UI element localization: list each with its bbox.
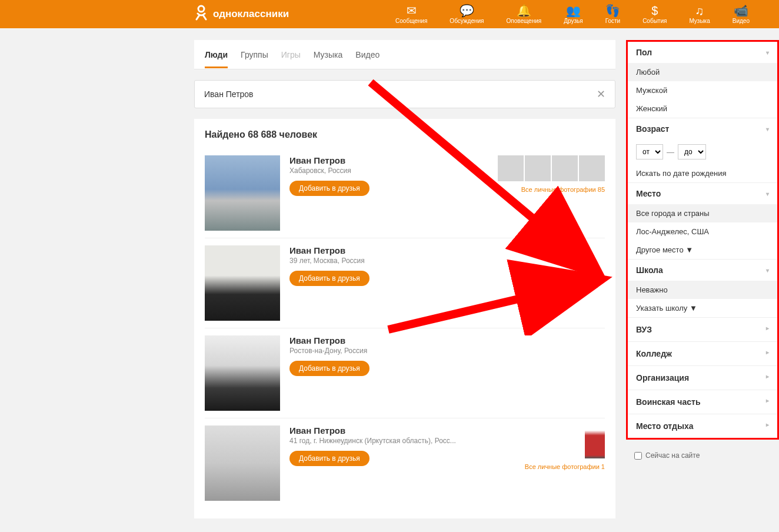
add-friend-button[interactable]: Добавить в друзья [289,361,369,376]
gender-female[interactable]: Женский [628,99,777,118]
search-input[interactable] [204,89,597,99]
result-meta: 39 лет, Москва, Россия [289,257,605,265]
filter-vacation[interactable]: Место отдыха▸ [628,414,777,438]
result-meta: Хабаровск, Россия [289,167,488,175]
avatar[interactable] [205,425,280,501]
now-online-input[interactable] [634,452,642,460]
age-dash: — [667,148,674,157]
chevron-down-icon: ▾ [766,49,769,56]
place-all[interactable]: Все города и страны [628,204,777,222]
result-meta: Ростов-на-Дону, Россия [289,347,605,355]
tab-people[interactable]: Люди [205,41,228,68]
nav-notifications[interactable]: 🔔Оповещения [506,4,541,24]
gender-male[interactable]: Мужской [628,81,777,99]
chevron-right-icon: ▸ [766,373,769,383]
envelope-icon: ✉ [395,4,427,17]
nav-video[interactable]: 📹Видео [733,4,750,24]
add-friend-button[interactable]: Добавить в друзья [289,181,369,196]
filter-age: Возраст▾ от — до Искать по дате рождения [628,118,777,183]
nav-messages[interactable]: ✉Сообщения [395,4,427,24]
filter-military[interactable]: Воинская часть▸ [628,390,777,414]
video-icon: 📹 [733,4,750,17]
add-friend-button[interactable]: Добавить в друзья [289,451,369,466]
chevron-down-icon: ▾ [766,126,769,132]
result-row: Иван Петров Хабаровск, Россия Добавить в… [205,148,605,238]
thumb[interactable] [498,155,524,181]
filter-place: Место▾ Все города и страны Лос-Анджелес,… [628,183,777,260]
avatar[interactable] [205,245,280,321]
add-friend-button[interactable]: Добавить в друзья [289,271,369,286]
school-specify[interactable]: Указать школу ▼ [628,299,777,317]
nav-guests[interactable]: 👣Гости [605,4,620,24]
filter-school-header[interactable]: Школа▾ [628,260,777,281]
friends-icon: 👥 [564,4,582,17]
chevron-right-icon: ▸ [766,421,769,431]
filter-vuz[interactable]: ВУЗ▸ [628,318,777,342]
filter-college[interactable]: Колледж▸ [628,342,777,366]
place-la[interactable]: Лос-Анджелес, США [628,222,777,241]
top-header: одноклассники ✉Сообщения 💬Обсуждения 🔔Оп… [0,0,779,28]
filter-organization[interactable]: Организация▸ [628,366,777,390]
thumb[interactable] [552,155,578,181]
chat-icon: 💬 [450,4,484,17]
music-icon: ♫ [689,4,710,17]
avatar[interactable] [205,335,280,411]
avatar[interactable] [205,155,280,231]
gender-any[interactable]: Любой [628,63,777,81]
result-name[interactable]: Иван Петров [289,335,605,345]
birthdate-search-link[interactable]: Искать по дате рождения [628,164,777,182]
tab-music[interactable]: Музыка [314,41,343,68]
brand-text: одноклассники [213,8,289,20]
result-row: Иван Петров 39 лет, Москва, Россия Добав… [205,238,605,328]
results-count: Найдено 68 688 человек [205,129,605,140]
chevron-down-icon: ▾ [766,191,769,197]
place-other[interactable]: Другое место ▼ [628,241,777,259]
chevron-down-icon: ▾ [766,267,769,274]
result-meta: 41 год, г. Нижнеудинск (Иркутская област… [289,437,515,445]
chevron-right-icon: ▸ [766,397,769,407]
footprints-icon: 👣 [605,4,620,17]
nav-discussions[interactable]: 💬Обсуждения [450,4,484,24]
nav-events[interactable]: $События [642,4,667,24]
search-box: ✕ [194,80,615,108]
nav-music[interactable]: ♫Музыка [689,4,710,24]
search-tabs: Люди Группы Игры Музыка Видео [194,40,615,69]
svg-point-3 [198,6,204,12]
photo-thumbs[interactable] [498,155,605,181]
tab-video[interactable]: Видео [355,41,379,68]
age-to-select[interactable]: до [678,144,706,159]
tab-games[interactable]: Игры [281,41,301,68]
thumb[interactable] [579,155,605,181]
result-row: Иван Петров Ростов-на-Дону, Россия Добав… [205,328,605,418]
events-icon: $ [642,4,667,17]
filter-age-header[interactable]: Возраст▾ [628,118,777,139]
result-name[interactable]: Иван Петров [289,245,605,255]
filter-school: Школа▾ Неважно Указать школу ▼ [628,260,777,318]
filter-place-header[interactable]: Место▾ [628,183,777,204]
filter-gender: Пол▾ Любой Мужской Женский [628,42,777,118]
all-photos-link[interactable]: Все личные фотографии 85 [498,186,605,193]
brand-logo[interactable]: одноклассники [194,4,289,25]
ok-logo-icon [194,4,208,25]
result-name[interactable]: Иван Петров [289,425,515,435]
chevron-right-icon: ▸ [766,349,769,358]
top-nav: ✉Сообщения 💬Обсуждения 🔔Оповещения 👥Друз… [395,4,750,24]
photo-thumbs[interactable] [525,425,605,458]
result-name[interactable]: Иван Петров [289,155,488,165]
age-from-select[interactable]: от [636,144,663,159]
clear-icon[interactable]: ✕ [597,88,605,101]
filters-sidebar: Пол▾ Любой Мужской Женский Возраст▾ от —… [626,40,779,440]
thumb[interactable] [525,155,551,181]
chevron-right-icon: ▸ [766,325,769,334]
results-panel: Найдено 68 688 человек Иван Петров Хабар… [194,119,615,518]
nav-friends[interactable]: 👥Друзья [564,4,582,24]
now-online-checkbox[interactable]: Сейчас на сайте [626,445,779,466]
result-row: Иван Петров 41 год, г. Нижнеудинск (Ирку… [205,418,605,508]
filter-gender-header[interactable]: Пол▾ [628,42,777,63]
tab-groups[interactable]: Группы [241,41,268,68]
all-photos-link[interactable]: Все личные фотографии 1 [525,463,605,470]
school-any[interactable]: Неважно [628,281,777,299]
thumb[interactable] [585,425,605,458]
bell-icon: 🔔 [506,4,541,17]
